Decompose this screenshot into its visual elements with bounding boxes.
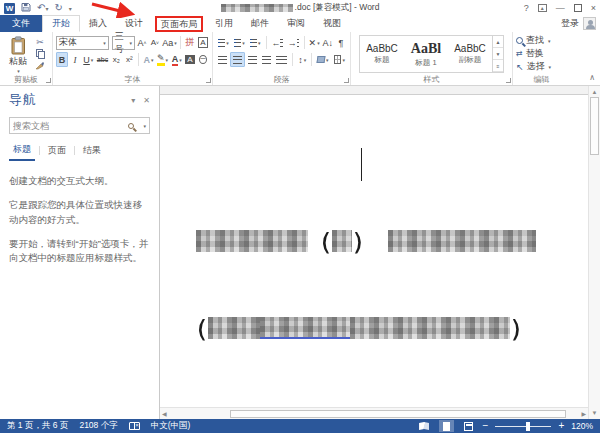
user-avatar[interactable] <box>583 17 596 30</box>
page-indicator[interactable]: 第 1 页，共 6 页 <box>7 420 68 432</box>
search-options-caret-icon[interactable]: ▾ <box>143 123 146 129</box>
zoom-slider[interactable] <box>495 426 551 427</box>
shading-icon[interactable]: ▾ <box>315 52 330 67</box>
bullets-icon[interactable]: ▾ <box>216 35 231 50</box>
language-indicator[interactable]: 中文(中国) <box>151 420 191 432</box>
undo-icon[interactable]: ↶▾ <box>37 3 48 14</box>
distribute-icon[interactable] <box>274 52 289 67</box>
word-app-icon[interactable]: W <box>4 3 15 14</box>
web-layout-icon[interactable] <box>461 420 476 432</box>
zoom-out-icon[interactable]: − <box>483 421 489 431</box>
help-icon[interactable]: ? <box>524 3 529 13</box>
align-center-icon[interactable] <box>230 52 245 67</box>
nav-tab-pages[interactable]: 页面 <box>44 144 70 160</box>
qat-customize-icon[interactable]: ▾ <box>69 5 72 12</box>
collapse-ribbon-icon[interactable]: ∧ <box>589 73 595 82</box>
search-input[interactable] <box>13 121 128 131</box>
copy-icon[interactable] <box>33 48 47 59</box>
close-icon[interactable]: × <box>591 3 596 13</box>
zoom-level[interactable]: 120% <box>571 421 593 431</box>
grow-font-button[interactable]: A˄ <box>136 35 148 50</box>
save-icon[interactable] <box>21 2 31 14</box>
tab-file[interactable]: 文件 <box>0 15 42 32</box>
superscript-button[interactable]: x² <box>123 52 135 67</box>
underline-button[interactable]: U▾ <box>82 52 95 67</box>
enclose-characters-button[interactable]: 一 <box>197 52 209 67</box>
highlight-color-button[interactable]: ✎▾ <box>156 52 170 67</box>
nav-tab-headings[interactable]: 标题 <box>9 143 35 161</box>
read-mode-icon[interactable] <box>417 420 432 432</box>
tab-references[interactable]: 引用 <box>206 15 242 32</box>
style-title[interactable]: AaBbC 标题 <box>360 36 404 72</box>
zoom-slider-thumb[interactable] <box>526 422 530 431</box>
align-right-icon[interactable] <box>246 52 259 67</box>
tab-review[interactable]: 审阅 <box>278 15 314 32</box>
multilevel-list-icon[interactable]: ▾ <box>248 35 263 50</box>
font-color-button[interactable]: A▾ <box>170 52 183 67</box>
format-painter-icon[interactable] <box>33 60 47 71</box>
numbering-icon[interactable]: ▾ <box>232 35 247 50</box>
shrink-font-button[interactable]: A˅ <box>149 35 161 50</box>
horizontal-scrollbar[interactable]: ◀ ▶ <box>160 407 588 419</box>
font-family-combobox[interactable]: 宋体▾ <box>56 36 109 50</box>
style-heading1[interactable]: AaBl 标题 1 <box>404 36 448 72</box>
zoom-in-icon[interactable]: + <box>558 421 564 431</box>
bold-button[interactable]: B <box>56 52 68 67</box>
sign-in-link[interactable]: 登录 <box>561 17 579 30</box>
styles-more-icon[interactable]: ≡ <box>493 60 503 72</box>
minimize-icon[interactable]: — <box>556 3 565 13</box>
nav-search-box[interactable]: ▾ <box>9 117 150 134</box>
nav-tab-results[interactable]: 结果 <box>79 144 105 160</box>
tab-mailings[interactable]: 邮件 <box>242 15 278 32</box>
character-border-button[interactable]: A <box>197 35 209 50</box>
show-marks-icon[interactable]: ¶ <box>335 35 347 50</box>
subscript-button[interactable]: x₂ <box>110 52 122 67</box>
asian-layout-icon[interactable]: ✕▾ <box>308 35 321 50</box>
nav-pane-options-icon[interactable]: ▾ <box>131 96 135 105</box>
strikethrough-button[interactable]: abc <box>96 52 110 67</box>
search-icon[interactable] <box>128 123 134 129</box>
borders-icon[interactable]: ▾ <box>332 52 347 67</box>
scroll-right-icon[interactable]: ▶ <box>581 409 586 419</box>
paste-button[interactable]: 粘贴 ▾ <box>3 34 33 74</box>
phonetic-guide-button[interactable]: 拼 <box>184 35 196 50</box>
style-subtitle[interactable]: AaBbC 副标题 <box>448 36 492 72</box>
tab-page-layout[interactable]: 页面布局 <box>155 16 203 32</box>
scroll-down-icon[interactable]: ▼ <box>592 408 598 418</box>
paragraph-dialog-launcher[interactable] <box>344 78 349 83</box>
proofing-status-icon[interactable] <box>129 422 140 430</box>
print-layout-icon[interactable] <box>439 420 454 432</box>
find-button[interactable]: 查找▾ <box>516 34 551 47</box>
tab-view[interactable]: 视图 <box>314 15 350 32</box>
word-count[interactable]: 2108 个字 <box>79 420 117 432</box>
clipboard-dialog-launcher[interactable] <box>46 78 51 83</box>
italic-button[interactable]: I <box>69 52 81 67</box>
decrease-indent-icon[interactable]: ← <box>269 35 284 50</box>
vertical-scroll-thumb[interactable] <box>590 97 599 155</box>
sort-icon[interactable]: A↓ <box>322 35 334 50</box>
text-effects-button[interactable]: A▾ <box>142 52 155 67</box>
font-dialog-launcher[interactable] <box>206 78 211 83</box>
tab-home[interactable]: 开始 <box>42 15 80 32</box>
scroll-up-icon[interactable]: ▲ <box>592 87 598 97</box>
align-left-icon[interactable] <box>216 52 229 67</box>
styles-scroll-up-icon[interactable]: ▲ <box>493 36 503 48</box>
styles-scroll-down-icon[interactable]: ▼ <box>493 48 503 60</box>
scroll-left-icon[interactable]: ◀ <box>162 409 167 419</box>
redacted-hyperlink[interactable] <box>260 317 350 339</box>
character-shading-button[interactable]: A <box>184 52 196 67</box>
restore-icon[interactable] <box>574 4 582 12</box>
cut-icon[interactable]: ✂ <box>33 36 47 47</box>
styles-dialog-launcher[interactable] <box>506 78 511 83</box>
replace-button[interactable]: ⇄替换 <box>516 47 551 60</box>
redo-icon[interactable]: ↻ <box>54 3 62 13</box>
change-case-button[interactable]: Aa▾ <box>162 35 177 50</box>
justify-icon[interactable] <box>260 52 273 67</box>
ribbon-display-options-icon[interactable]: ▲ <box>538 4 547 12</box>
document-canvas[interactable]: （ ） （ ） <box>160 86 588 407</box>
nav-pane-close-icon[interactable]: ✕ <box>143 96 150 105</box>
increase-indent-icon[interactable]: → <box>286 35 301 50</box>
horizontal-scroll-thumb[interactable] <box>230 410 566 418</box>
line-spacing-icon[interactable]: ↕▾ <box>296 52 308 67</box>
select-button[interactable]: ↖选择▾ <box>516 60 551 73</box>
